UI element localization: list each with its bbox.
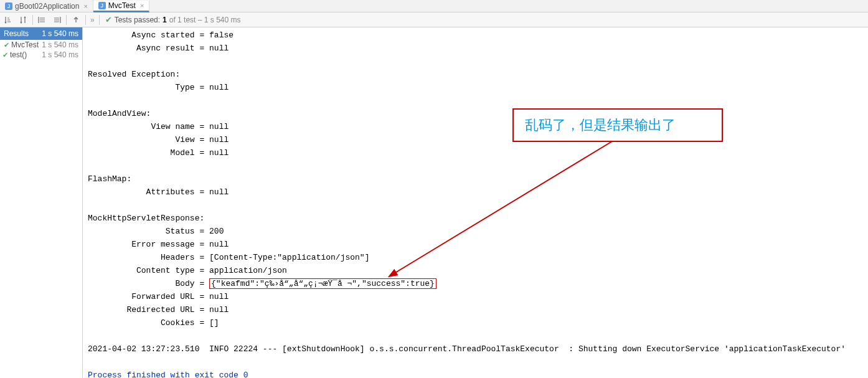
tree-label: test() (10, 50, 27, 59)
tab-label: gBoot02Application (15, 2, 79, 11)
editor-tabs: J gBoot02Application × J MvcTest × (0, 0, 868, 12)
status-prefix: Tests passed: (115, 16, 160, 24)
tree-time: 1 s 540 ms (42, 50, 78, 59)
tab-app[interactable]: J gBoot02Application × (0, 0, 93, 12)
status-count: 1 (163, 16, 167, 24)
sort-icon (19, 16, 27, 24)
up-arrow-icon (72, 16, 80, 24)
exit-code-line: Process finished with exit code 0 (88, 371, 248, 378)
separator (32, 15, 33, 25)
results-header[interactable]: Results 1 s 540 ms (0, 27, 82, 40)
results-time: 1 s 540 ms (42, 29, 78, 38)
console-output[interactable]: Async started = false Async result = nul… (83, 27, 868, 378)
expand-all-button[interactable] (36, 14, 49, 26)
separator (66, 15, 67, 25)
sort-alpha-button[interactable] (2, 14, 15, 26)
response-body-highlight: {"keafmd":"ç‰›å“„å“„ç¡¬æŸ¯å ¬","success"… (209, 278, 436, 289)
test-results-panel: Results 1 s 540 ms ✔ MvcTest 1 s 540 ms … (0, 27, 83, 378)
annotation-callout: 乱码了，但是结果输出了 (512, 108, 723, 142)
tree-time: 1 s 540 ms (42, 40, 78, 49)
tests-status: ✔ Tests passed: 1 of 1 test – 1 s 540 ms (105, 15, 241, 24)
annotation-text: 乱码了，但是结果输出了 (525, 117, 676, 133)
tab-label: MvcTest (108, 1, 136, 10)
pass-icon: ✔ (2, 51, 8, 59)
java-icon: J (5, 2, 12, 10)
expand-icon (38, 16, 47, 24)
console-text: Async started = false Async result = nul… (83, 27, 868, 378)
java-icon: J (98, 2, 106, 9)
main-area: Results 1 s 540 ms ✔ MvcTest 1 s 540 ms … (0, 27, 868, 378)
separator (85, 15, 86, 25)
prev-failed-button[interactable] (70, 14, 82, 26)
close-icon[interactable]: × (140, 2, 144, 9)
sort-duration-button[interactable] (17, 14, 29, 26)
collapse-icon (52, 16, 61, 24)
chevron-label: » (90, 16, 95, 24)
tab-mvctest[interactable]: J MvcTest × (93, 1, 149, 12)
separator (99, 15, 100, 25)
status-suffix: of 1 test – 1 s 540 ms (169, 16, 241, 24)
check-icon: ✔ (105, 15, 112, 24)
close-icon[interactable]: × (83, 2, 87, 10)
tree-row-method[interactable]: ✔ test() 1 s 540 ms (0, 50, 82, 60)
pass-icon: ✔ (4, 41, 9, 49)
sort-icon (4, 16, 13, 24)
tree-row-class[interactable]: ✔ MvcTest 1 s 540 ms (0, 40, 82, 50)
test-toolbar: » ✔ Tests passed: 1 of 1 test – 1 s 540 … (0, 12, 868, 27)
results-label: Results (4, 29, 29, 38)
tree-label: MvcTest (11, 40, 39, 49)
collapse-all-button[interactable] (50, 14, 63, 26)
